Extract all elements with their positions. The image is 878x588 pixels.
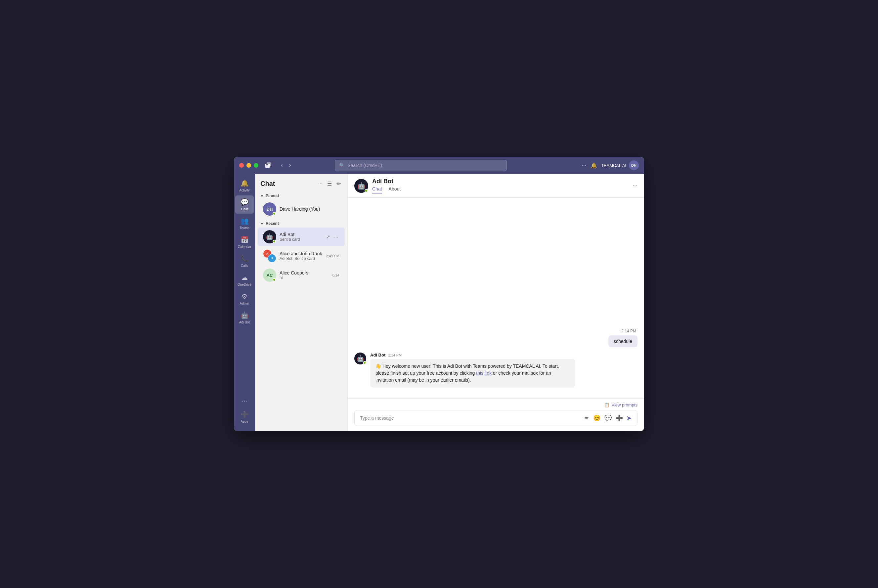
adibot-icon: 🤖 bbox=[240, 311, 249, 319]
sticker-button[interactable]: 💬 bbox=[604, 414, 612, 422]
new-chat-button[interactable]: ✏ bbox=[335, 179, 342, 188]
expand-chat-button[interactable]: ⤢ bbox=[325, 234, 332, 240]
sidebar-item-activity[interactable]: 🔔 Activity bbox=[235, 177, 254, 195]
list-item[interactable]: AC Alice Coopers hi 6/14 bbox=[258, 266, 345, 284]
sidebar-item-activity-label: Activity bbox=[239, 189, 250, 192]
format-button[interactable]: ✒ bbox=[584, 414, 590, 422]
nav-forward-button[interactable]: › bbox=[287, 161, 293, 170]
sidebar-item-admin[interactable]: ⚙ Admin bbox=[235, 290, 254, 308]
chat-main: 🤖 Adi Bot Chat About ··· 2:14 PM schedul bbox=[348, 174, 644, 431]
search-input[interactable] bbox=[347, 163, 503, 168]
list-item[interactable]: A J Alice and John Rank Adi Bot: Sent a … bbox=[258, 247, 345, 265]
onedrive-icon: ☁ bbox=[241, 273, 248, 281]
avatar-initials: DH bbox=[267, 207, 273, 212]
chat-header-tabs: Chat About bbox=[372, 186, 629, 194]
chat-more-options-button[interactable]: ··· bbox=[633, 182, 638, 189]
chat-item-preview: hi bbox=[279, 276, 329, 280]
sidebar-item-apps-label: Apps bbox=[241, 420, 248, 423]
sidebar-item-adibot[interactable]: 🤖 Adi Bot bbox=[235, 309, 254, 327]
avatar-initials: AC bbox=[267, 273, 273, 278]
minimize-button[interactable] bbox=[246, 163, 251, 168]
chat-item-time: 2:49 PM bbox=[326, 254, 339, 258]
sidebar: 🔔 Activity 💬 Chat 👥 Teams 📅 Calendar 📞 C… bbox=[234, 174, 255, 431]
chat-item-info: Adi Bot Sent a card bbox=[279, 232, 321, 242]
chat-list-actions: ··· ☰ ✏ bbox=[317, 179, 342, 188]
admin-icon: ⚙ bbox=[242, 292, 248, 300]
input-actions: ✒ 😊 💬 ➕ ➤ bbox=[584, 414, 632, 422]
message-input-box: ✒ 😊 💬 ➕ ➤ bbox=[354, 410, 638, 426]
online-status-dot bbox=[273, 278, 276, 281]
user-message-time: 2:14 PM bbox=[354, 329, 636, 333]
bot-message-link[interactable]: this link bbox=[476, 370, 492, 376]
sidebar-item-apps[interactable]: ➕ Apps bbox=[235, 408, 254, 426]
emoji-button[interactable]: 😊 bbox=[593, 414, 601, 422]
prompts-icon: 📋 bbox=[604, 402, 609, 407]
calendar-icon: 📅 bbox=[240, 236, 249, 244]
bot-message-avatar: 🤖 bbox=[354, 352, 366, 364]
sidebar-item-chat[interactable]: 💬 Chat bbox=[235, 195, 254, 214]
list-item[interactable]: 🤖 Adi Bot Sent a card ⤢ ··· bbox=[258, 228, 345, 246]
notification-icon[interactable]: 🔔 bbox=[590, 162, 597, 169]
recent-section-header[interactable]: ▼ Recent bbox=[255, 219, 347, 227]
filter-chat-button[interactable]: ☰ bbox=[326, 179, 333, 188]
pinned-section-label: Pinned bbox=[266, 194, 279, 198]
search-icon: 🔍 bbox=[339, 163, 345, 168]
tab-chat[interactable]: Chat bbox=[372, 186, 382, 194]
message-input[interactable] bbox=[360, 416, 580, 421]
sidebar-item-calls[interactable]: 📞 Calls bbox=[235, 252, 254, 270]
attach-button[interactable]: ➕ bbox=[615, 414, 624, 422]
titlebar: T ‹ › 🔍 ··· 🔔 TEAMCAL AI DH bbox=[234, 157, 644, 174]
view-prompts-button[interactable]: 📋 View prompts bbox=[604, 402, 638, 407]
tab-about[interactable]: About bbox=[389, 186, 401, 194]
nav-arrows: ‹ › bbox=[278, 161, 294, 170]
chat-list-title: Chat bbox=[260, 180, 275, 188]
sidebar-item-teams[interactable]: 👥 Teams bbox=[235, 214, 254, 232]
nav-back-button[interactable]: ‹ bbox=[278, 161, 285, 170]
chat-input-area: 📋 View prompts ✒ 😊 💬 ➕ ➤ bbox=[348, 398, 644, 431]
view-prompts-label: View prompts bbox=[611, 402, 638, 407]
sidebar-item-chat-label: Chat bbox=[241, 207, 248, 211]
avatar: DH bbox=[263, 202, 276, 216]
chat-item-preview: Sent a card bbox=[279, 237, 321, 242]
calls-icon: 📞 bbox=[240, 255, 249, 262]
sidebar-more-button[interactable]: ··· bbox=[235, 394, 254, 407]
chat-item-preview: Adi Bot: Sent a card bbox=[279, 256, 323, 261]
sidebar-item-adibot-label: Adi Bot bbox=[239, 321, 250, 324]
search-bar[interactable]: 🔍 bbox=[335, 160, 507, 171]
chat-messages: 2:14 PM schedule 🤖 Adi Bot 2:14 PM bbox=[348, 198, 644, 398]
app-window: T ‹ › 🔍 ··· 🔔 TEAMCAL AI DH 🔔 Activity bbox=[234, 157, 644, 431]
avatar: 🤖 bbox=[263, 230, 276, 243]
chat-header: 🤖 Adi Bot Chat About ··· bbox=[348, 174, 644, 198]
view-prompts-bar: 📋 View prompts bbox=[354, 402, 638, 407]
list-item[interactable]: DH Dave Harding (You) bbox=[258, 200, 345, 218]
avatar-j: J bbox=[268, 254, 276, 262]
svg-text:T: T bbox=[266, 164, 268, 168]
more-options-button[interactable]: ··· bbox=[582, 162, 587, 169]
traffic-lights bbox=[239, 163, 258, 168]
activity-icon: 🔔 bbox=[240, 179, 249, 187]
bot-message-time: 2:14 PM bbox=[388, 353, 402, 357]
more-chat-button[interactable]: ··· bbox=[333, 234, 339, 240]
send-button[interactable]: ➤ bbox=[626, 414, 632, 422]
pinned-chevron-icon: ▼ bbox=[260, 194, 264, 198]
sidebar-item-calendar[interactable]: 📅 Calendar bbox=[235, 233, 254, 251]
chat-icon: 💬 bbox=[240, 198, 249, 206]
sidebar-item-teams-label: Teams bbox=[240, 226, 249, 230]
avatar: AC bbox=[263, 268, 276, 282]
maximize-button[interactable] bbox=[254, 163, 258, 168]
chat-list-header: Chat ··· ☰ ✏ bbox=[255, 174, 347, 191]
chat-item-info: Alice and John Rank Adi Bot: Sent a card bbox=[279, 251, 323, 261]
more-options-chat-button[interactable]: ··· bbox=[317, 180, 324, 188]
sidebar-item-calls-label: Calls bbox=[241, 264, 248, 267]
chat-item-actions: ⤢ ··· bbox=[325, 234, 339, 240]
user-avatar[interactable]: DH bbox=[629, 160, 639, 170]
bot-online-dot bbox=[363, 361, 366, 364]
close-button[interactable] bbox=[239, 163, 244, 168]
bot-message-meta: Adi Bot 2:14 PM bbox=[370, 352, 638, 357]
pinned-section-header[interactable]: ▼ Pinned bbox=[255, 191, 347, 200]
chat-header-avatar: 🤖 bbox=[354, 179, 368, 193]
sidebar-item-onedrive[interactable]: ☁ OneDrive bbox=[235, 271, 254, 289]
online-status-dot bbox=[273, 240, 276, 243]
chat-item-name: Alice Coopers bbox=[279, 270, 329, 276]
chat-item-name: Dave Harding (You) bbox=[279, 206, 339, 212]
